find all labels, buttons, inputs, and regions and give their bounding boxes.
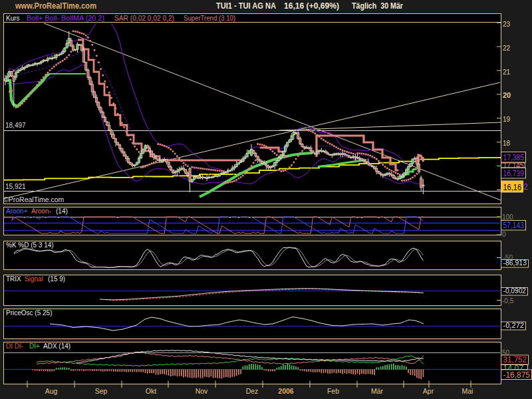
svg-text:2006: 2006 bbox=[278, 387, 294, 395]
svg-text:21: 21 bbox=[503, 68, 511, 76]
svg-text:Okt: Okt bbox=[146, 387, 156, 395]
svg-text:23: 23 bbox=[503, 21, 511, 28]
svg-text:©ProRealTime.com: ©ProRealTime.com bbox=[3, 196, 65, 203]
svg-text:-0,5: -0,5 bbox=[502, 297, 514, 305]
svg-text:-16,875: -16,875 bbox=[503, 370, 531, 380]
svg-text:16,16 (+0,69%): 16,16 (+0,69%) bbox=[284, 1, 339, 11]
svg-text:TRIX: TRIX bbox=[6, 275, 21, 283]
svg-text:Boll+ Boll- BollMA (20 2): Boll+ Boll- BollMA (20 2) bbox=[27, 15, 104, 22]
svg-text:(15 9): (15 9) bbox=[48, 275, 65, 283]
svg-text:Aug: Aug bbox=[45, 387, 58, 395]
svg-text:18: 18 bbox=[503, 140, 511, 147]
svg-text:SuperTrend (3 10): SuperTrend (3 10) bbox=[184, 15, 235, 22]
svg-text:Aroon+: Aroon+ bbox=[6, 207, 28, 215]
svg-text:Täglich 30 Mär: Täglich 30 Mär bbox=[352, 1, 403, 11]
svg-text:TUI1 - TUI AG NA: TUI1 - TUI AG NA bbox=[216, 1, 276, 11]
svg-text:100: 100 bbox=[502, 213, 513, 221]
svg-text:Mär: Mär bbox=[371, 387, 384, 395]
svg-text:PriceOsc (5 25): PriceOsc (5 25) bbox=[6, 309, 52, 317]
svg-text:0: 0 bbox=[502, 231, 506, 238]
svg-text:ADX (14): ADX (14) bbox=[43, 342, 70, 350]
svg-text:(14): (14) bbox=[56, 207, 68, 215]
svg-text:Dez: Dez bbox=[246, 387, 259, 395]
svg-text:Apr: Apr bbox=[423, 387, 434, 395]
svg-text:19: 19 bbox=[503, 116, 511, 123]
svg-text:16,16: 16,16 bbox=[503, 182, 522, 192]
svg-text:Feb: Feb bbox=[327, 387, 339, 395]
svg-text:20: 20 bbox=[503, 91, 511, 99]
svg-text:22: 22 bbox=[503, 45, 511, 52]
svg-text:Kurs: Kurs bbox=[6, 15, 20, 22]
svg-text:DI DI-: DI DI- bbox=[6, 342, 23, 350]
svg-text:-86,913: -86,913 bbox=[503, 259, 527, 267]
svg-text:Signal: Signal bbox=[25, 275, 43, 283]
svg-text:18,497: 18,497 bbox=[5, 122, 26, 129]
svg-text:Aroon-: Aroon- bbox=[31, 207, 51, 215]
svg-text:15,921: 15,921 bbox=[5, 183, 26, 190]
svg-text:16,739: 16,739 bbox=[503, 169, 525, 178]
svg-text:-0,272: -0,272 bbox=[503, 321, 525, 329]
svg-text:-0,0902: -0,0902 bbox=[503, 287, 527, 295]
svg-text:www.ProRealTime.com: www.ProRealTime.com bbox=[15, 1, 96, 11]
svg-text:2: 2 bbox=[523, 182, 528, 192]
svg-text:%K %D (5 3 14): %K %D (5 3 14) bbox=[6, 241, 54, 249]
svg-text:Mai: Mai bbox=[462, 387, 473, 395]
svg-text:SAR (0,02 0,02 0,2): SAR (0,02 0,02 0,2) bbox=[114, 15, 174, 22]
svg-text:Sep: Sep bbox=[95, 387, 108, 395]
svg-text:DI+: DI+ bbox=[29, 342, 40, 350]
svg-text:57,143: 57,143 bbox=[503, 221, 525, 230]
svg-text:Nov: Nov bbox=[196, 387, 208, 395]
